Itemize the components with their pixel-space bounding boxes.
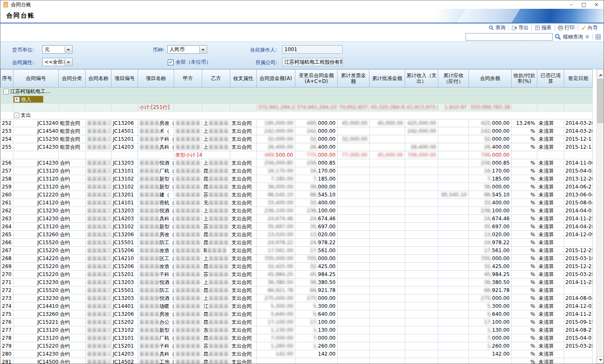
cell-attr[interactable]: 支出合同 <box>230 294 257 302</box>
cell-contract[interactable]: JC131200 <box>13 334 59 342</box>
dropdown-arrow-icon[interactable] <box>65 59 72 65</box>
cell-pname[interactable]: 某某某某防工（ <box>138 287 174 294</box>
cell-rate[interactable]: % <box>512 255 537 263</box>
cell-cat[interactable]: 合约 <box>59 175 86 183</box>
cell-party_b[interactable]: 昆某某某某 <box>202 287 230 294</box>
cell-income[interactable] <box>405 294 438 302</box>
cell-party_a[interactable]: 某某某某某 <box>174 135 202 143</box>
column-header-invoice[interactable]: 累计发票金额 <box>338 70 370 88</box>
cell-income[interactable] <box>405 271 438 279</box>
cell-cat[interactable]: 合约 <box>59 223 86 231</box>
cell-balance[interactable]: 32,425.00 <box>469 263 512 271</box>
cell-settled[interactable]: 未清算 <box>537 119 564 127</box>
cell-invoice[interactable] <box>338 175 370 183</box>
checkbox-check-icon[interactable]: ✓ <box>168 59 174 65</box>
cell-name[interactable]: 某某某某工程 <box>86 350 112 358</box>
cell-no[interactable]: 264 <box>1 223 13 231</box>
cell-contract[interactable]: JC142200 <box>13 255 59 263</box>
cell-no[interactable]: 271 <box>1 279 13 287</box>
cell-approved[interactable]: 45,000.00 <box>370 151 405 159</box>
cell-attr[interactable]: 支出合同 <box>230 191 257 199</box>
cell-settled[interactable]: 未清算 <box>537 287 564 294</box>
cell-payable[interactable] <box>438 271 469 279</box>
group-cell[interactable]: -江苏柯瑞机电工… <box>1 88 593 96</box>
cell-orig[interactable]: 5,300.00 <box>257 302 295 310</box>
cell-cat[interactable]: 合约 <box>59 183 86 191</box>
cell-pno[interactable]: JC15206 <box>112 247 138 255</box>
cell-name[interactable]: 某某某某工程 <box>86 199 112 207</box>
column-header-name[interactable]: 合同名称 <box>86 70 112 88</box>
cell-invoice[interactable] <box>338 247 370 255</box>
cell-invoice[interactable] <box>338 263 370 271</box>
cell-orig[interactable]: 33,400.00 <box>257 199 295 207</box>
cell-rate[interactable]: % <box>512 159 537 167</box>
cell-payable[interactable] <box>438 231 469 239</box>
cell-payable[interactable] <box>438 199 469 207</box>
cell-name[interactable]: 某某某某工程 <box>86 326 112 334</box>
cell-contract[interactable]: JC132400 <box>13 119 59 127</box>
cell-contract[interactable]: JC141201 <box>13 199 59 207</box>
cell-approved[interactable] <box>370 143 405 151</box>
cell-attr[interactable]: 支出合同 <box>230 127 257 135</box>
close-button[interactable]: × <box>590 1 603 8</box>
cell-pno[interactable] <box>112 103 138 111</box>
cell-approved[interactable] <box>370 334 405 342</box>
cell-name[interactable]: 某某某某工程 <box>86 183 112 191</box>
cell-contract[interactable]: JC132300 <box>13 294 59 302</box>
cell-income[interactable] <box>405 183 438 191</box>
cell-orig[interactable]: 275,000.00 <box>257 294 295 302</box>
cell-attr[interactable]: 支出合同 <box>230 159 257 167</box>
cell-changed[interactable]: 17,100.00 <box>295 318 338 326</box>
cell-approved[interactable] <box>370 183 405 191</box>
cell-orig[interactable]: 5,640.00 <box>257 310 295 318</box>
cell-pname[interactable]: 某某某某子科（ <box>138 342 174 350</box>
table-row[interactable]: 255JC142300租赁合同某某某某工程JC14203某某某某具科（某某某某某… <box>1 143 593 151</box>
fuzzy-query-label[interactable]: 模糊查询 <box>563 34 583 41</box>
cell-settled[interactable]: 未清算 <box>537 199 564 207</box>
cell-name[interactable]: 某某某某工程 <box>86 191 112 199</box>
cell-approved[interactable] <box>370 310 405 318</box>
cell-income[interactable] <box>405 255 438 263</box>
cell-approved[interactable] <box>370 318 405 326</box>
cell-date[interactable]: 2014-08-27 <box>564 326 593 334</box>
cell-party_b[interactable]: 上某某某某 <box>202 119 230 127</box>
cell-pno[interactable]: JC13101 <box>112 334 138 342</box>
cell-party_a[interactable]: 某某某某某 <box>174 279 202 287</box>
column-header-balance[interactable]: 合同余额 <box>469 70 512 88</box>
cell-settled[interactable]: 未清算 <box>537 143 564 151</box>
cell-name[interactable]: 某某某某工程 <box>86 159 112 167</box>
cell-pname[interactable]: 某某某某子科（ <box>138 135 174 143</box>
cell-changed[interactable]: 32,000.00 <box>295 135 338 143</box>
minimize-button[interactable]: – <box>565 1 578 8</box>
wizard-button[interactable]: 向导 <box>578 24 600 31</box>
cell-party_b[interactable]: 上某某某某 <box>202 143 230 151</box>
cell-income[interactable] <box>405 191 438 199</box>
grid-view-icon[interactable] <box>595 34 601 40</box>
cell-pname[interactable]: 某某某某工地（ <box>138 358 174 364</box>
column-header-payable[interactable]: 累计应收（应付） <box>438 70 469 88</box>
cell-name[interactable]: 某某某某工程 <box>86 143 112 151</box>
cell-approved[interactable]: 45,000.00 <box>370 119 405 127</box>
cell-no[interactable]: 268 <box>1 255 13 263</box>
cell-party_a[interactable]: 某某某某某 <box>174 231 202 239</box>
currency-select[interactable]: 人民币 <box>167 45 207 54</box>
cell-orig[interactable]: 36,000.00 <box>257 183 295 191</box>
cell-no[interactable]: 278 <box>1 334 13 342</box>
cell-settled[interactable]: 未清算 <box>537 350 564 358</box>
cell-party_b[interactable]: 苏某某某某 <box>202 223 230 231</box>
cell-party_a[interactable]: 某某某某某 <box>174 318 202 326</box>
cell-settled[interactable]: 未清算 <box>537 231 564 239</box>
cell-invoice[interactable] <box>338 358 370 364</box>
table-row[interactable]: 273JC132300合约某某某某工程JC13203某某某某悦酒（某某某某某上某… <box>1 294 593 302</box>
cell-cat[interactable]: 合约 <box>59 358 86 364</box>
cell-no[interactable]: 266 <box>1 239 13 247</box>
cell-orig[interactable]: 96,545.10 <box>257 191 295 199</box>
cell-contract[interactable]: JC155200 <box>13 287 59 294</box>
cell-party_a[interactable]: 某某某某某 <box>174 143 202 151</box>
cell-pname[interactable] <box>138 151 174 159</box>
cell-party_a[interactable]: 某某某某某 <box>174 263 202 271</box>
cell-pname[interactable]: 某某某某办公（ <box>138 318 174 326</box>
cell-rate[interactable]: % <box>512 350 537 358</box>
cell-changed[interactable]: 96,545.10 <box>295 191 338 199</box>
table-row[interactable]: 253JC145400租赁合同某某某某工程JC14501某某某某术（某某某某某上… <box>1 127 593 135</box>
